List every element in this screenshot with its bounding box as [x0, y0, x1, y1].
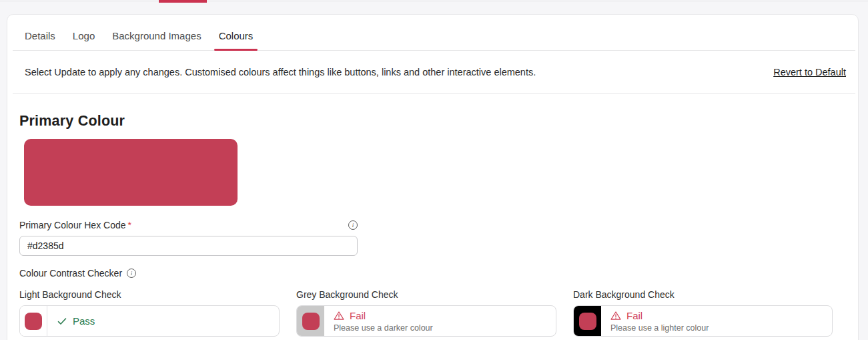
settings-panel: Details Logo Background Images Colours S…	[7, 14, 859, 340]
status-text: Fail	[626, 310, 642, 321]
required-marker: *	[128, 220, 131, 230]
check-label: Light Background Check	[19, 289, 280, 300]
notice-text: Select Update to apply any changes. Cust…	[25, 67, 536, 77]
primary-colour-swatch	[24, 139, 238, 206]
check-card: Fail Please use a darker colour	[296, 305, 556, 337]
warning-icon	[610, 311, 621, 321]
mini-colour-swatch	[302, 313, 320, 330]
grey-background-check: Grey Background Check Fail	[296, 289, 556, 337]
tab-colours[interactable]: Colours	[214, 25, 258, 50]
check-label: Grey Background Check	[296, 289, 556, 300]
tab-logo[interactable]: Logo	[68, 25, 99, 50]
revert-to-default-link[interactable]: Revert to Default	[773, 67, 846, 77]
contrast-checks-row: Light Background Check Pass	[19, 289, 858, 337]
mini-colour-swatch	[579, 313, 596, 330]
hex-code-info-icon[interactable]: i	[348, 220, 358, 230]
check-icon	[57, 316, 67, 327]
contrast-checker-label: Colour Contrast Checker	[19, 268, 122, 279]
status-text: Pass	[73, 315, 95, 327]
check-swatch-cell	[20, 306, 47, 336]
check-swatch-cell	[574, 306, 601, 336]
check-message: Please use a lighter colour	[610, 323, 832, 333]
notice-row: Select Update to apply any changes. Cust…	[13, 51, 855, 94]
tab-bar: Details Logo Background Images Colours	[13, 15, 855, 51]
check-card: Fail Please use a lighter colour	[573, 305, 833, 337]
tab-background-images[interactable]: Background Images	[107, 25, 205, 50]
status-text: Fail	[350, 310, 366, 321]
check-label: Dark Background Check	[573, 289, 833, 300]
colours-tab-content: Primary Colour Primary Colour Hex Code *…	[7, 94, 858, 337]
page-title: Primary Colour	[19, 113, 858, 130]
hex-code-input[interactable]	[19, 236, 358, 256]
hex-label-row: Primary Colour Hex Code * i	[19, 220, 358, 230]
status-line: Fail	[334, 310, 556, 321]
check-card: Pass	[19, 305, 280, 337]
status-line: Pass	[57, 315, 279, 327]
check-swatch-cell	[297, 306, 324, 336]
tab-details[interactable]: Details	[20, 25, 60, 50]
top-nav-active-indicator	[159, 0, 207, 3]
status-line: Fail	[610, 310, 832, 321]
hex-code-label: Primary Colour Hex Code	[19, 220, 126, 230]
contrast-checker-label-row: Colour Contrast Checker i	[19, 268, 858, 279]
contrast-checker-info-icon[interactable]: i	[127, 269, 136, 278]
light-background-check: Light Background Check Pass	[19, 289, 280, 337]
warning-icon	[334, 311, 344, 321]
check-message: Please use a darker colour	[334, 323, 556, 333]
top-divider	[0, 1, 868, 1]
dark-background-check: Dark Background Check Fail	[573, 289, 833, 337]
mini-colour-swatch	[25, 313, 42, 330]
